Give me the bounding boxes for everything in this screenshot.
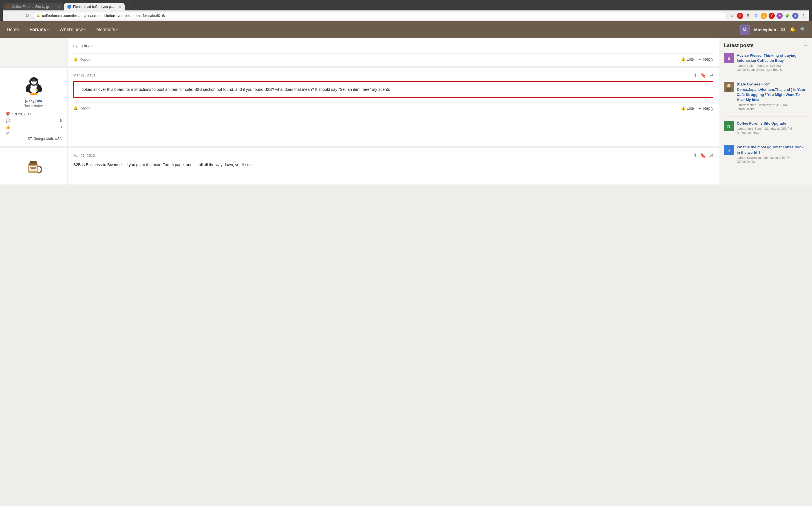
sidebar-header: Latest posts ✏ bbox=[724, 43, 808, 49]
top-report-btn[interactable]: 🔔 Report bbox=[73, 57, 91, 62]
address-bar[interactable]: 🔒 coffeeforums.com/threads/please-read-b… bbox=[33, 12, 727, 19]
top-like-btn[interactable]: 👍 Like bbox=[681, 57, 694, 62]
content-area: dying bean 🔔 Report 👍 Like ↩ bbox=[0, 38, 719, 185]
calendar-icon: 📅 bbox=[6, 112, 10, 116]
lp-title-3[interactable]: What is the most gourmet coffee drink in… bbox=[737, 145, 808, 155]
svg-rect-20 bbox=[30, 167, 36, 168]
jazzyjava-sidebar: jazzyjava New member 📅 Oct 20, 2011 💬 6 … bbox=[0, 68, 68, 146]
jazzyjava-like-btn[interactable]: 👍 Like bbox=[681, 106, 694, 110]
tab-coffee-forums[interactable]: Coffee Forums Site Upgrade | ✕ bbox=[3, 3, 64, 10]
nav-whats-new[interactable]: What's new ▾ bbox=[59, 25, 87, 34]
latest-post-item-2: N Coffee Forums Site Upgrade Latest: Nor… bbox=[724, 121, 808, 134]
share-icon-5[interactable]: ⬆ bbox=[693, 153, 697, 158]
lp-content-3: What is the most gourmet coffee drink in… bbox=[737, 145, 808, 163]
bookmark-icon-post[interactable]: 🔖 bbox=[700, 73, 706, 78]
new-tab-button[interactable]: + bbox=[125, 2, 133, 10]
extension-icon-4[interactable]: 1 bbox=[761, 13, 767, 19]
lp-meta-1: Latest: topher · Yesterday at 4:58 AM bbox=[737, 103, 808, 107]
nav-home[interactable]: Home bbox=[6, 25, 20, 34]
address-text: coffeeforums.com/threads/please-read-bef… bbox=[42, 13, 165, 18]
jazzyjava-post-content: Mar 21, 2013 ⬆ 🔖 #4 I looked all over th… bbox=[68, 68, 719, 146]
reload-button[interactable]: ↻ bbox=[24, 12, 30, 19]
lp-title-1[interactable]: (Café Owners From Korea,Japan,Vietnam,Th… bbox=[737, 82, 808, 102]
thumbsup-icon-stat: 👍 bbox=[6, 125, 10, 129]
messages-icon[interactable]: ✉ bbox=[781, 26, 785, 33]
nav-members[interactable]: Members ▾ bbox=[95, 25, 119, 34]
top-partial-body: dying bean bbox=[73, 43, 713, 49]
members-chevron: ▾ bbox=[116, 28, 118, 31]
extension-icon-6[interactable]: ★ bbox=[777, 13, 783, 19]
nav-username[interactable]: Musicphan bbox=[754, 27, 776, 32]
share-icon[interactable]: ⬆ bbox=[693, 73, 697, 78]
latest-post-item-0: E Advise Please: Thinking of buying Indo… bbox=[724, 53, 808, 71]
lp-category-3: Coffee Drinks bbox=[737, 160, 808, 163]
post5-num: #5 bbox=[709, 153, 713, 158]
jazzyjava-post-header: Mar 21, 2013 ⬆ 🔖 #4 bbox=[73, 73, 713, 78]
profile-icon[interactable]: ● bbox=[792, 13, 799, 19]
user-avatar-nav: M bbox=[739, 24, 750, 35]
lp-content-1: (Café Owners From Korea,Japan,Vietnam,Th… bbox=[737, 82, 808, 110]
lp-meta-0: Latest: Elsiel · Today at 9:23 AM bbox=[737, 64, 808, 67]
report-bell-icon-jj: 🔔 bbox=[73, 106, 78, 110]
extension-icon-2[interactable]: B bbox=[745, 13, 751, 19]
bookmark-icon[interactable]: ☆ bbox=[729, 13, 735, 19]
nav-forums[interactable]: Forums ▾ bbox=[28, 25, 50, 34]
notifications-icon[interactable]: 🔔 bbox=[790, 26, 796, 33]
edit-icon[interactable]: ✏ bbox=[804, 43, 808, 48]
divider-2 bbox=[724, 140, 808, 140]
jazzyjava-report-btn[interactable]: 🔔 Report bbox=[73, 106, 91, 110]
jazzyjava-joined: 📅 Oct 20, 2011 bbox=[6, 111, 62, 117]
menu-button[interactable]: ⋮ bbox=[800, 13, 806, 19]
lock-icon: 🔒 bbox=[36, 14, 40, 17]
latest-post-item-1: (Café Owners From Korea,Japan,Vietnam,Th… bbox=[724, 82, 808, 110]
post5-sidebar bbox=[0, 148, 68, 184]
like-icon-top: 👍 bbox=[681, 57, 685, 62]
tab-close-coffee[interactable]: ✕ bbox=[58, 5, 60, 9]
forums-chevron: ▾ bbox=[47, 28, 49, 31]
jazzyjava-username[interactable]: jazzyjava bbox=[6, 98, 62, 103]
jazzyjava-location-text: ST. George Utah, USA bbox=[6, 137, 62, 141]
tab-title-please-read: Please read before you post it... bbox=[73, 5, 115, 9]
jazzyjava-post-date: Mar 21, 2013 bbox=[73, 73, 95, 77]
tab-title-coffee: Coffee Forums Site Upgrade | bbox=[12, 5, 54, 9]
back-button[interactable]: ‹ bbox=[6, 12, 12, 19]
search-icon[interactable]: 🔍 bbox=[800, 26, 806, 33]
jazzyjava-post-footer: 🔔 Report 👍 Like ↩ Reply bbox=[73, 102, 713, 110]
location-icon: 🗺 bbox=[6, 132, 9, 136]
reply-icon-jj: ↩ bbox=[698, 106, 702, 110]
lp-avatar-2: N bbox=[724, 121, 734, 131]
jazzyjava-post-header-actions: ⬆ 🔖 #4 bbox=[693, 73, 713, 78]
lp-title-2[interactable]: Coffee Forums Site Upgrade bbox=[737, 121, 808, 126]
tab-please-read[interactable]: Please read before you post it... ✕ bbox=[64, 3, 125, 10]
svg-point-25 bbox=[726, 88, 732, 92]
lp-avatar-3: S bbox=[724, 145, 734, 155]
top-reply-btn[interactable]: ↩ Reply bbox=[698, 57, 713, 62]
extension-icon-5[interactable]: Y bbox=[769, 13, 775, 19]
svg-rect-21 bbox=[31, 168, 35, 169]
post5-header: Mar 21, 2013 ⬆ 🔖 #5 bbox=[73, 153, 713, 158]
extension-icon-3[interactable]: G bbox=[753, 13, 759, 19]
jazzyjava-reactions: 👍 0 bbox=[6, 124, 62, 130]
tab-close-please-read[interactable]: ✕ bbox=[119, 5, 121, 9]
lp-title-0[interactable]: Advise Please: Thinking of buying Indone… bbox=[737, 53, 808, 63]
forward-button[interactable]: › bbox=[15, 12, 21, 19]
top-partial-sidebar bbox=[0, 38, 68, 66]
post5-content: Mar 21, 2013 ⬆ 🔖 #5 B2B is Business to B… bbox=[68, 148, 719, 184]
extension-icon-1[interactable]: 🔴 bbox=[737, 13, 743, 19]
top-partial-content: dying bean 🔔 Report 👍 Like ↩ bbox=[68, 38, 719, 66]
post-jazzyjava: jazzyjava New member 📅 Oct 20, 2011 💬 6 … bbox=[0, 68, 719, 146]
tab-favicon-forum bbox=[67, 5, 71, 9]
top-partial-footer: 🔔 Report 👍 Like ↩ Reply bbox=[73, 53, 713, 62]
post5-avatar bbox=[22, 154, 45, 177]
bookmark-icon-5[interactable]: 🔖 bbox=[700, 153, 706, 158]
reply-icon-top: ↩ bbox=[698, 57, 702, 62]
extensions-button[interactable]: 🧩 bbox=[784, 13, 791, 19]
post5-header-actions: ⬆ 🔖 #5 bbox=[693, 153, 713, 158]
jazzyjava-post-body: I looked all over this board for instruc… bbox=[73, 81, 713, 98]
jazzyjava-reply-btn[interactable]: ↩ Reply bbox=[698, 106, 713, 110]
like-icon-jj: 👍 bbox=[681, 106, 685, 110]
jazzyjava-footer-right: 👍 Like ↩ Reply bbox=[681, 106, 713, 110]
main-layout: dying bean 🔔 Report 👍 Like ↩ bbox=[0, 38, 812, 185]
nav-items: Home Forums ▾ What's new ▾ Members ▾ bbox=[6, 25, 739, 34]
svg-rect-6 bbox=[31, 80, 34, 82]
